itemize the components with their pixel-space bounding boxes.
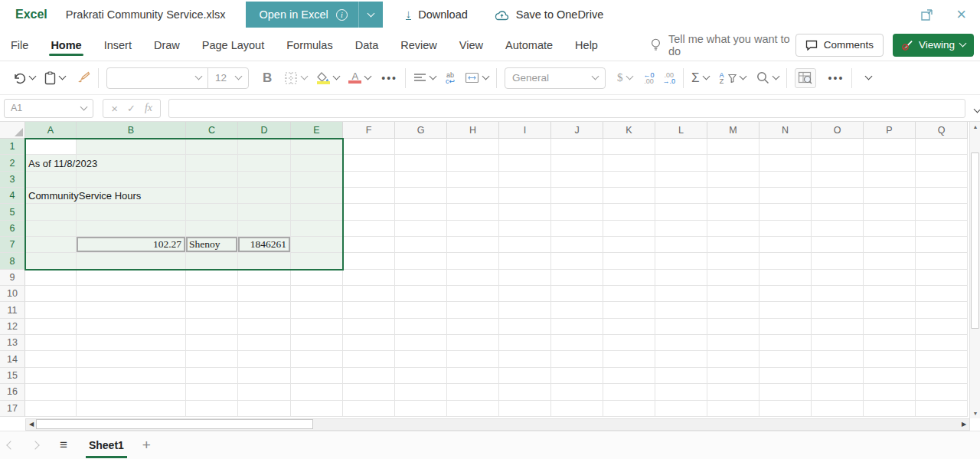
row-header-10[interactable]: 10 [0, 286, 25, 302]
cell-P7[interactable] [864, 237, 916, 253]
row-header-17[interactable]: 17 [0, 401, 25, 417]
cell-E14[interactable] [291, 351, 343, 367]
row-header-12[interactable]: 12 [0, 319, 25, 335]
cell-M11[interactable] [707, 302, 760, 318]
cell-L3[interactable] [655, 172, 707, 188]
cell-P12[interactable] [864, 319, 916, 335]
file-name[interactable]: Prakrati Community Service.xlsx [66, 8, 226, 21]
cell-P9[interactable] [864, 270, 916, 286]
cell-J10[interactable] [551, 286, 603, 302]
cell-N10[interactable] [760, 286, 812, 302]
cell-P5[interactable] [864, 204, 916, 220]
cell-J2[interactable] [551, 155, 603, 171]
cell-D9[interactable] [238, 270, 291, 286]
cell-A9[interactable] [25, 270, 77, 286]
cell-O4[interactable] [812, 188, 864, 204]
cell-F8[interactable] [343, 253, 395, 269]
cell-C8[interactable] [186, 253, 238, 269]
cell-B1[interactable] [77, 139, 186, 155]
increase-decimal-button[interactable]: ←0.00 [644, 72, 655, 84]
prev-sheet-icon[interactable] [6, 441, 15, 449]
cell-P17[interactable] [864, 401, 916, 417]
cell-F9[interactable] [343, 270, 395, 286]
cell-M5[interactable] [707, 204, 760, 220]
cell-K1[interactable] [603, 139, 655, 155]
row-header-7[interactable]: 7 [0, 237, 25, 253]
cell-O11[interactable] [812, 302, 864, 318]
cell-I17[interactable] [499, 401, 551, 417]
save-to-onedrive-button[interactable]: Save to OneDrive [494, 8, 603, 21]
cell-J7[interactable] [551, 237, 603, 253]
cell-M7[interactable] [707, 237, 760, 253]
cell-C12[interactable] [186, 319, 238, 335]
cell-M12[interactable] [707, 319, 760, 335]
cell-L14[interactable] [655, 351, 707, 367]
cell-J1[interactable] [551, 139, 603, 155]
column-header-M[interactable]: M [707, 122, 760, 139]
cell-G16[interactable] [395, 384, 447, 400]
cell-N14[interactable] [760, 351, 812, 367]
vertical-scroll-thumb[interactable] [971, 152, 979, 329]
row-header-2[interactable]: 2 [0, 155, 25, 171]
cell-C1[interactable] [186, 139, 238, 155]
cell-J5[interactable] [551, 204, 603, 220]
cell-O8[interactable] [812, 253, 864, 269]
cell-F12[interactable] [343, 319, 395, 335]
cell-C7[interactable]: Shenoy [186, 237, 238, 253]
cell-A2[interactable]: As of 11/8/2023 [25, 155, 77, 171]
row-header-3[interactable]: 3 [0, 172, 25, 188]
cell-J3[interactable] [551, 172, 603, 188]
cell-K16[interactable] [603, 384, 655, 400]
cell-J4[interactable] [551, 188, 603, 204]
row-header-6[interactable]: 6 [0, 221, 25, 237]
cell-A11[interactable] [25, 302, 77, 318]
cell-N8[interactable] [760, 253, 812, 269]
cell-A5[interactable] [25, 204, 77, 220]
cell-F4[interactable] [343, 188, 395, 204]
cell-B16[interactable] [77, 384, 186, 400]
cell-F16[interactable] [343, 384, 395, 400]
cell-A10[interactable] [25, 286, 77, 302]
paste-button[interactable] [44, 71, 65, 85]
cell-A1[interactable] [25, 139, 77, 155]
formula-input[interactable] [168, 99, 965, 118]
cell-K12[interactable] [603, 319, 655, 335]
ribbon-tab-data[interactable]: Data [355, 31, 379, 59]
font-size-dropdown[interactable]: 12 [208, 68, 248, 88]
cell-H1[interactable] [447, 139, 499, 155]
cell-Q9[interactable] [916, 270, 968, 286]
cell-E4[interactable] [291, 188, 343, 204]
cell-K4[interactable] [603, 188, 655, 204]
ribbon-tab-view[interactable]: View [459, 31, 483, 59]
find-button[interactable] [756, 71, 779, 84]
cell-J11[interactable] [551, 302, 603, 318]
cell-L2[interactable] [655, 155, 707, 171]
cell-D11[interactable] [238, 302, 291, 318]
cell-I8[interactable] [499, 253, 551, 269]
cell-A12[interactable] [25, 319, 77, 335]
cell-Q17[interactable] [916, 401, 968, 417]
cell-J6[interactable] [551, 221, 603, 237]
cell-K14[interactable] [603, 351, 655, 367]
cell-A15[interactable] [25, 368, 77, 384]
cell-E12[interactable] [291, 319, 343, 335]
cell-E16[interactable] [291, 384, 343, 400]
cell-D5[interactable] [238, 204, 291, 220]
cell-N5[interactable] [760, 204, 812, 220]
excel-logo[interactable]: Excel [15, 8, 47, 21]
cell-I11[interactable] [499, 302, 551, 318]
scroll-down-icon[interactable]: ▼ [972, 411, 978, 416]
ribbon-tab-help[interactable]: Help [575, 31, 598, 59]
cell-C4[interactable] [186, 188, 238, 204]
tell-me-search[interactable]: Tell me what you want to do [651, 33, 795, 57]
cell-L7[interactable] [655, 237, 707, 253]
cell-N4[interactable] [760, 188, 812, 204]
cell-G14[interactable] [395, 351, 447, 367]
cancel-icon[interactable]: × [111, 102, 118, 115]
cell-G7[interactable] [395, 237, 447, 253]
scroll-right-icon[interactable]: ▶ [959, 419, 969, 430]
cell-M15[interactable] [707, 368, 760, 384]
cell-Q5[interactable] [916, 204, 968, 220]
spreadsheet-grid[interactable]: ABCDEFGHIJKLMNOPQ12As of 11/8/202334Comm… [0, 122, 969, 418]
cell-B13[interactable] [77, 335, 186, 351]
